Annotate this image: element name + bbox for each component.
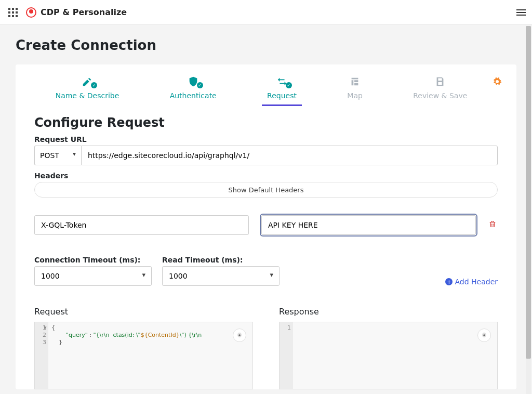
headers-label: Headers [34,172,498,180]
step-authenticate[interactable]: Authenticate [165,76,222,106]
save-icon [434,76,446,87]
read-timeout-select[interactable]: 1000 [162,266,280,286]
plus-icon: + [445,278,453,285]
product-brand: CDP & Personalize [26,7,127,18]
step-map: Map [342,76,368,106]
add-header-label: Add Header [455,278,498,286]
request-editor-title: Request [34,307,253,317]
request-url-input[interactable] [81,146,498,165]
header-key-input[interactable] [34,215,249,235]
request-code[interactable]: { "query" : "{\r\n ctas(id: \"${ContentI… [48,322,252,389]
scrollbar-thumb[interactable] [526,26,531,359]
header-value-input[interactable] [261,215,476,235]
read-timeout-label: Read Timeout (ms): [162,256,280,264]
response-editor[interactable]: 1 [279,322,498,389]
editor-gear-icon[interactable] [233,329,246,342]
request-editor[interactable]: 1 2 3 ▾ { "query" : "{\r\n ctas(id: \"${… [34,322,253,389]
editor-gear-icon[interactable] [477,329,491,342]
step-review-save: Review & Save [408,76,472,106]
http-method-select[interactable]: POST [34,146,81,165]
hamburger-icon[interactable] [516,9,526,16]
settings-gear-icon[interactable] [493,76,502,88]
gutter: 1 2 3 [35,322,48,389]
wizard-card: Name & Describe Authenticate Request [16,64,516,389]
map-icon [349,76,361,87]
add-header-button[interactable]: + Add Header [445,278,498,286]
pencil-icon [82,76,93,87]
apps-icon[interactable] [8,8,18,17]
brand-icon [26,7,36,18]
step-label: Map [347,91,363,100]
step-label: Authenticate [170,91,217,100]
page-title: Create Connection [16,37,516,53]
step-label: Name & Describe [56,91,119,100]
step-label: Request [267,91,297,100]
step-name-describe[interactable]: Name & Describe [50,76,125,106]
step-label: Review & Save [413,91,467,100]
gutter: 1 [280,322,293,389]
fold-icon[interactable]: ▾ [44,325,47,330]
step-request[interactable]: Request [262,76,302,106]
response-code[interactable] [293,322,497,389]
request-url-label: Request URL [34,135,498,143]
section-title: Configure Request [34,115,498,130]
response-editor-title: Response [279,307,498,317]
trash-icon[interactable] [488,220,498,230]
arrows-icon [276,76,288,87]
connection-timeout-select[interactable]: 1000 [34,266,152,286]
connection-timeout-label: Connection Timeout (ms): [34,256,152,264]
shield-icon [188,76,199,87]
product-name: CDP & Personalize [41,7,127,17]
show-default-headers-button[interactable]: Show Default Headers [34,182,498,198]
